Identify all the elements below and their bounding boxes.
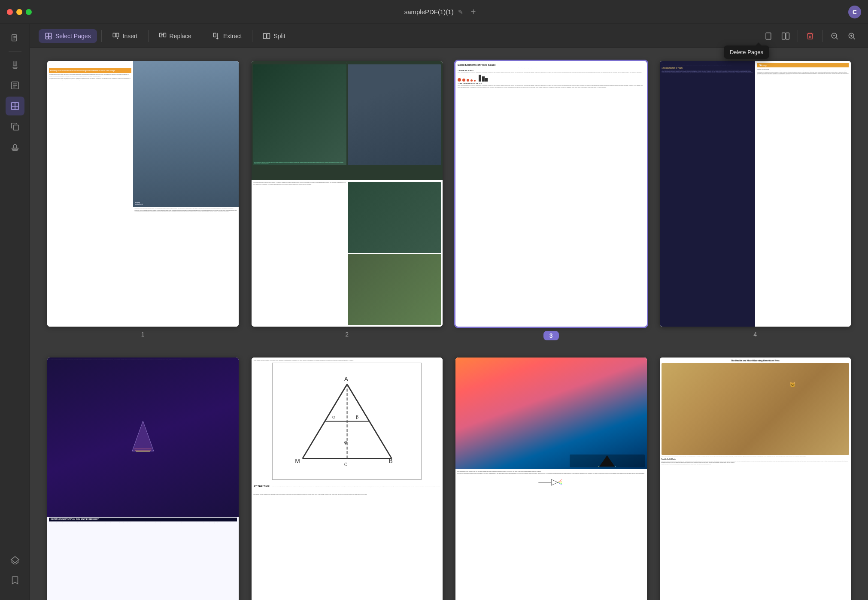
svg-rect-9 bbox=[46, 33, 49, 36]
svg-rect-23 bbox=[766, 33, 771, 39]
svg-rect-11 bbox=[46, 37, 49, 39]
svg-rect-2 bbox=[11, 103, 15, 107]
add-tab-button[interactable]: + bbox=[471, 7, 476, 17]
svg-line-59 bbox=[558, 479, 562, 482]
page-item-7[interactable]: This experiment can be repeated over and… bbox=[455, 358, 647, 600]
svg-rect-20 bbox=[264, 33, 267, 39]
delete-pages-button[interactable] bbox=[802, 28, 818, 44]
zoom-out-button[interactable] bbox=[827, 28, 842, 44]
page-number-1: 1 bbox=[141, 331, 145, 338]
maximize-button[interactable] bbox=[26, 9, 32, 15]
extract-button[interactable]: Extract bbox=[206, 29, 248, 43]
double-page-view-button[interactable] bbox=[778, 28, 793, 44]
extract-label: Extract bbox=[223, 33, 242, 39]
page-thumbnail-5[interactable]: The founder of calculus Newton (1643-172… bbox=[47, 358, 239, 600]
pages-grid: buildingenvironment 1 Building environme… bbox=[30, 48, 868, 600]
extract-icon bbox=[212, 32, 220, 40]
single-page-view-button[interactable] bbox=[761, 28, 776, 44]
toolbar: Select Pages Insert bbox=[30, 24, 868, 48]
zoom-out-icon bbox=[830, 32, 839, 40]
svg-text:M: M bbox=[295, 457, 300, 464]
svg-rect-3 bbox=[15, 103, 18, 107]
split-button[interactable]: Split bbox=[257, 29, 291, 43]
document-title: samplePDF(1)(1) bbox=[404, 8, 454, 15]
svg-marker-58 bbox=[551, 479, 558, 485]
svg-rect-12 bbox=[49, 37, 52, 39]
svg-text:β: β bbox=[356, 415, 358, 419]
edit-title-icon[interactable]: ✎ bbox=[458, 9, 463, 15]
svg-rect-13 bbox=[113, 33, 115, 37]
page-number-4: 4 bbox=[753, 331, 757, 338]
replace-button[interactable]: Replace bbox=[153, 29, 197, 43]
left-sidebar bbox=[0, 24, 30, 600]
split-label: Split bbox=[273, 33, 285, 39]
replace-label: Replace bbox=[170, 33, 191, 39]
page-number-3-badge: 3 bbox=[543, 331, 559, 340]
svg-rect-21 bbox=[267, 33, 270, 39]
avatar: C bbox=[848, 6, 861, 18]
page-number-2: 2 bbox=[345, 331, 349, 338]
svg-text:C: C bbox=[344, 462, 347, 467]
sidebar-divider bbox=[9, 52, 21, 52]
svg-line-29 bbox=[836, 37, 838, 39]
replace-icon bbox=[159, 32, 167, 40]
svg-line-32 bbox=[853, 37, 855, 39]
separator-7 bbox=[822, 30, 822, 42]
minimize-button[interactable] bbox=[16, 9, 22, 15]
svg-rect-10 bbox=[49, 33, 52, 36]
sidebar-item-brush[interactable] bbox=[6, 55, 24, 74]
page-thumbnail-6[interactable]: These studies laid the foundation for th… bbox=[252, 358, 443, 600]
sidebar-item-bookmark[interactable] bbox=[6, 571, 24, 590]
svg-text:φ: φ bbox=[344, 439, 347, 444]
page-thumbnail-8[interactable]: The Health and Mood-Boosting Benefits of… bbox=[660, 358, 851, 600]
svg-rect-6 bbox=[13, 125, 18, 130]
page-item-6[interactable]: These studies laid the foundation for th… bbox=[252, 358, 443, 600]
page-thumbnail-3[interactable]: Basic Elements of Plane Space Any art co… bbox=[455, 61, 647, 327]
svg-marker-38 bbox=[132, 421, 154, 451]
toolbar-right bbox=[761, 28, 859, 44]
close-button[interactable] bbox=[7, 9, 13, 15]
double-page-icon bbox=[781, 32, 790, 40]
page-item-5[interactable]: The founder of calculus Newton (1643-172… bbox=[47, 358, 239, 600]
svg-text:B: B bbox=[388, 457, 392, 464]
sidebar-item-pages[interactable] bbox=[6, 97, 24, 115]
page-item-1[interactable]: buildingenvironment 1 Building environme… bbox=[47, 61, 239, 340]
zoom-in-button[interactable] bbox=[844, 28, 859, 44]
sidebar-item-document[interactable] bbox=[6, 29, 24, 48]
insert-button[interactable]: Insert bbox=[106, 29, 144, 43]
select-pages-label: Select Pages bbox=[55, 33, 91, 39]
page-thumbnail-7[interactable]: This experiment can be repeated over and… bbox=[455, 358, 647, 600]
sidebar-item-copy[interactable] bbox=[6, 117, 24, 136]
sidebar-item-layers[interactable] bbox=[6, 550, 24, 569]
main-layout: Select Pages Insert bbox=[0, 24, 868, 600]
svg-rect-19 bbox=[213, 33, 216, 37]
separator-2 bbox=[148, 30, 149, 42]
svg-rect-25 bbox=[786, 33, 789, 39]
separator-6 bbox=[798, 30, 798, 42]
traffic-lights bbox=[7, 9, 32, 15]
sidebar-item-stamp[interactable] bbox=[6, 138, 24, 157]
title-bar: samplePDF(1)(1) ✎ + C bbox=[0, 0, 868, 24]
svg-text:A: A bbox=[344, 376, 348, 382]
title-bar-center: samplePDF(1)(1) ✎ + bbox=[32, 7, 848, 17]
page-thumbnail-4[interactable]: 4 Points also have dominant and recessiv… bbox=[660, 61, 851, 327]
page-item-3[interactable]: Basic Elements of Plane Space Any art co… bbox=[455, 61, 647, 340]
single-page-icon bbox=[764, 32, 773, 40]
sidebar-item-annotations[interactable] bbox=[6, 76, 24, 95]
delete-icon bbox=[806, 32, 814, 40]
separator-1 bbox=[101, 30, 102, 42]
separator-3 bbox=[202, 30, 202, 42]
insert-label: Insert bbox=[123, 33, 138, 39]
zoom-in-icon bbox=[847, 32, 856, 40]
page-item-8[interactable]: The Health and Mood-Boosting Benefits of… bbox=[660, 358, 851, 600]
page-thumbnail-1[interactable]: buildingenvironment 1 Building environme… bbox=[47, 61, 239, 327]
svg-line-63 bbox=[558, 482, 562, 485]
svg-rect-8 bbox=[12, 149, 17, 151]
separator-5 bbox=[296, 30, 296, 42]
page-item-4[interactable]: 4 Points also have dominant and recessiv… bbox=[660, 61, 851, 340]
insert-icon bbox=[112, 32, 120, 40]
select-pages-button[interactable]: Select Pages bbox=[39, 29, 97, 43]
svg-rect-5 bbox=[15, 107, 18, 109]
page-item-2[interactable]: 2 The practical results show that throug… bbox=[252, 61, 443, 340]
page-thumbnail-2[interactable]: 2 The practical results show that throug… bbox=[252, 61, 443, 327]
